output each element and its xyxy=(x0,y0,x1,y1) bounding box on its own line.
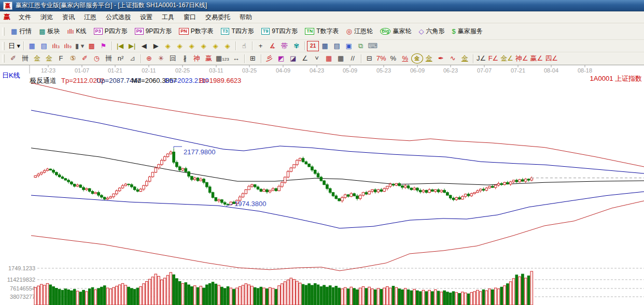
crosshair-icon[interactable]: + xyxy=(255,41,267,51)
gann-circle-icon[interactable]: ⊕ xyxy=(143,53,155,64)
prev-bar-icon[interactable]: ◀ xyxy=(138,41,150,51)
menu-item-5[interactable]: 设置 xyxy=(135,12,157,22)
hand-icon[interactable]: ☝ xyxy=(238,41,250,51)
candle-dropdown[interactable]: ▮ ▾ xyxy=(74,41,86,51)
window-split-icon[interactable]: ⊞ xyxy=(247,53,259,64)
trend-lines-icon[interactable]: ∠ xyxy=(299,53,311,64)
grid123-icon[interactable]: ▦123 xyxy=(215,53,230,64)
kline3-icon[interactable]: ılı3 xyxy=(50,41,62,51)
kline-chart[interactable]: 12-2301-0701-2102-1102-2503-1103-2504-09… xyxy=(0,65,644,305)
sectors-button[interactable]: ▩板块 xyxy=(35,25,63,38)
winner-wheel-button[interactable]: Big赢家轮 xyxy=(376,25,415,38)
zoom-hsplit-diamond-icon[interactable]: ◈ xyxy=(186,41,198,51)
next-bar-icon[interactable]: ▶ xyxy=(150,41,162,51)
ruler2-icon[interactable]: 卌 xyxy=(103,53,115,64)
period-day-dropdown[interactable]: 日 ▾ xyxy=(7,41,21,51)
fan-square-icon[interactable]: ◩ xyxy=(275,53,287,64)
menu-item-3[interactable]: 江恩 xyxy=(79,12,101,22)
web-icon[interactable]: ✳ xyxy=(155,53,167,64)
t-square-button[interactable]: T3T四方形 xyxy=(217,25,258,38)
four-angle-icon[interactable]: 四∠ xyxy=(544,53,559,64)
kline9-icon[interactable]: ılı9 xyxy=(62,41,74,51)
red-grid-icon[interactable]: ▦ xyxy=(323,53,335,64)
zoom-expand-diamond-icon[interactable]: ◈ xyxy=(221,41,233,51)
menu-item-9[interactable]: 帮助 xyxy=(235,12,257,22)
printer-icon[interactable]: ⌨ xyxy=(367,41,379,51)
menu-item-7[interactable]: 窗口 xyxy=(179,12,201,22)
spiral-square-icon[interactable]: 回 xyxy=(167,53,179,64)
quotes-button[interactable]: ▦行情 xyxy=(7,25,35,38)
toolbar-handle[interactable] xyxy=(2,27,5,36)
fan-square2-icon[interactable]: ◪ xyxy=(287,53,299,64)
knot-icon[interactable]: ✾ xyxy=(290,41,302,51)
ink-pen-icon[interactable]: ✒ xyxy=(435,53,447,64)
snapshot-icon[interactable]: ⧉ xyxy=(355,41,367,51)
p-square-button[interactable]: P3P四方形 xyxy=(90,25,131,38)
last-bar-icon[interactable]: ▶| xyxy=(126,41,138,51)
kline-button[interactable]: ıllıK线 xyxy=(64,25,90,38)
red-pattern-icon[interactable]: ▩ xyxy=(86,41,97,51)
menu-item-2[interactable]: 资讯 xyxy=(58,12,79,22)
parallel-lines-icon[interactable]: ∦ xyxy=(179,53,191,64)
gold-line-icon[interactable]: 金 xyxy=(423,53,435,64)
service-button[interactable]: $赢家服务 xyxy=(448,25,486,38)
fib-percent-icon[interactable]: 7% xyxy=(375,53,387,64)
ribbon-icon[interactable]: 带 xyxy=(278,41,290,51)
gold-grid2-icon[interactable]: 金 xyxy=(43,53,55,64)
gold-circle-icon[interactable]: 金 xyxy=(411,53,423,64)
rays-icon[interactable]: 彡 xyxy=(263,53,275,64)
j-angle-icon[interactable]: J∠ xyxy=(475,53,487,64)
notebook-icon[interactable]: ▤ xyxy=(331,41,343,51)
zoom-right-diamond-icon[interactable]: ◈ xyxy=(174,41,186,51)
p9-square-button[interactable]: P99P四方形 xyxy=(131,25,176,38)
brush-icon[interactable]: ✐ xyxy=(7,53,19,64)
color-flag-icon[interactable]: ⚑ xyxy=(97,41,109,51)
menu-item-4[interactable]: 公式选股 xyxy=(101,12,135,22)
gold-angle-icon[interactable]: 金∠ xyxy=(499,53,514,64)
p-table-button[interactable]: PNP数字表 xyxy=(175,25,217,38)
toolbar-handle[interactable] xyxy=(2,42,5,50)
save-icon[interactable]: ▣ xyxy=(343,41,355,51)
toolbar-handle[interactable] xyxy=(2,54,5,63)
slashes-icon[interactable]: // xyxy=(347,53,359,64)
n2-icon[interactable]: n² xyxy=(115,53,127,64)
f-grid-icon[interactable]: F xyxy=(55,53,67,64)
t-table-button[interactable]: TNT数字表 xyxy=(301,25,342,38)
gold-grid-icon[interactable]: 金 xyxy=(31,53,43,64)
spiral5-icon[interactable]: ⑤ xyxy=(67,53,79,64)
dark-grid-icon[interactable]: ▦ xyxy=(335,53,347,64)
menu-item-6[interactable]: 工具 xyxy=(157,12,179,22)
ying-angle-icon[interactable]: 赢∠ xyxy=(529,53,544,64)
calculator-icon[interactable]: ▦ xyxy=(319,41,331,51)
set-square-icon[interactable]: ⊿ xyxy=(127,53,138,64)
wave-icon[interactable]: ∿ xyxy=(447,53,459,64)
menu-item-0[interactable]: 文件 xyxy=(14,12,36,22)
percent-icon[interactable]: % xyxy=(387,53,399,64)
zoom-left-diamond-icon[interactable]: ◈ xyxy=(162,41,174,51)
pattern-icon[interactable]: ▦ xyxy=(26,41,38,51)
gann-clock-icon[interactable]: ◷ xyxy=(91,53,103,64)
percent-line-icon[interactable]: % xyxy=(399,53,411,64)
shen-angle-icon[interactable]: 神∠ xyxy=(514,53,529,64)
gold-line2-icon[interactable]: 金 xyxy=(459,53,471,64)
grid-ruler-icon[interactable]: 卌 xyxy=(19,53,31,64)
gann-wheel-button[interactable]: ◎江恩轮 xyxy=(343,25,376,38)
ying-icon[interactable]: 赢 xyxy=(203,53,215,64)
calendar-icon[interactable]: 21 xyxy=(307,41,319,51)
menu-item-1[interactable]: 浏览 xyxy=(36,12,58,22)
shen-icon[interactable]: 神 xyxy=(191,53,203,64)
zoom-center-diamond-icon[interactable]: ◈ xyxy=(209,41,221,51)
levels-icon[interactable]: ⊟ xyxy=(363,53,375,64)
red-brush-icon[interactable]: ✐ xyxy=(79,53,91,64)
volume-bar xyxy=(461,292,464,305)
menu-item-8[interactable]: 交易委托 xyxy=(201,12,235,22)
zigzag-icon[interactable]: ˅ xyxy=(311,53,323,64)
t9-square-button[interactable]: T99T四方形 xyxy=(258,25,302,38)
first-bar-icon[interactable]: |◀ xyxy=(114,41,126,51)
document-icon[interactable]: ▤ xyxy=(38,41,50,51)
zoom-vsplit-diamond-icon[interactable]: ◈ xyxy=(198,41,209,51)
hexagon-button[interactable]: ◇六角形 xyxy=(415,25,448,38)
measure-icon[interactable]: ∡ xyxy=(267,41,278,51)
hspan-arrow-icon[interactable]: ↔ xyxy=(230,53,242,64)
f-angle-icon[interactable]: F∠ xyxy=(487,53,500,64)
